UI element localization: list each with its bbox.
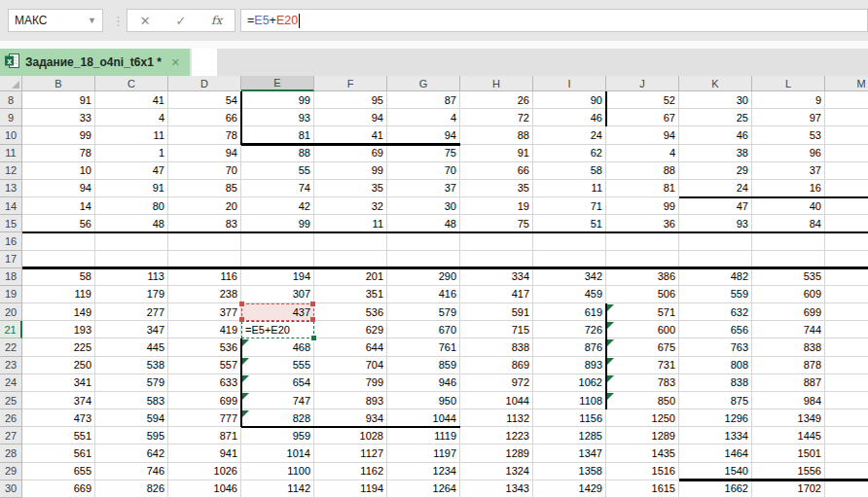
cell-F27[interactable]: 1028: [314, 427, 387, 445]
cell-K22[interactable]: 763: [679, 338, 752, 356]
cell-E13[interactable]: 74: [241, 180, 314, 197]
row-header-12[interactable]: 12: [0, 162, 22, 180]
cell-B20[interactable]: 149: [22, 303, 95, 321]
cell-D27[interactable]: 871: [168, 427, 241, 445]
cell-M19[interactable]: [825, 286, 868, 303]
cell-B19[interactable]: 119: [22, 286, 95, 303]
cell-J16[interactable]: [606, 232, 679, 250]
cell-L16[interactable]: [752, 232, 825, 250]
cell-E21[interactable]: =E5+E20: [241, 321, 314, 338]
cell-F24[interactable]: 799: [314, 374, 387, 392]
column-header-L[interactable]: L: [752, 76, 825, 91]
cell-G13[interactable]: 37: [387, 180, 460, 197]
cell-E14[interactable]: 42: [241, 197, 314, 215]
cell-D8[interactable]: 54: [168, 91, 241, 109]
cell-H9[interactable]: 72: [460, 109, 533, 126]
cell-J26[interactable]: 1250: [606, 409, 679, 427]
cell-M14[interactable]: [825, 197, 868, 215]
cell-J18[interactable]: 386: [606, 268, 679, 286]
cell-B13[interactable]: 94: [22, 180, 95, 197]
cell-F8[interactable]: 95: [314, 91, 387, 109]
cell-H15[interactable]: 75: [460, 215, 533, 232]
row-header-13[interactable]: 13: [0, 180, 22, 197]
cell-G11[interactable]: 75: [387, 145, 460, 162]
cell-I22[interactable]: 876: [533, 338, 606, 356]
cell-C26[interactable]: 594: [95, 409, 168, 427]
cell-D25[interactable]: 699: [168, 392, 241, 409]
cell-H11[interactable]: 91: [460, 145, 533, 162]
cell-C25[interactable]: 583: [95, 392, 168, 409]
cell-I14[interactable]: 71: [533, 197, 606, 215]
cell-H24[interactable]: 972: [460, 374, 533, 392]
cell-C14[interactable]: 80: [95, 197, 168, 215]
cell-M16[interactable]: [825, 232, 868, 250]
cell-B14[interactable]: 14: [22, 197, 95, 215]
cell-G18[interactable]: 290: [387, 268, 460, 286]
cell-H30[interactable]: 1343: [460, 480, 533, 498]
column-header-C[interactable]: C: [95, 76, 168, 91]
cell-K12[interactable]: 29: [679, 162, 752, 180]
cell-C15[interactable]: 48: [95, 215, 168, 232]
cell-B26[interactable]: 473: [22, 409, 95, 427]
cell-E24[interactable]: 654: [241, 374, 314, 392]
cell-C17[interactable]: [95, 251, 168, 268]
cell-F14[interactable]: 32: [314, 197, 387, 215]
cell-G8[interactable]: 87: [387, 91, 460, 109]
cell-B23[interactable]: 250: [22, 357, 95, 374]
cell-E12[interactable]: 55: [241, 162, 314, 180]
cell-F15[interactable]: 11: [314, 215, 387, 232]
cell-L20[interactable]: 699: [752, 303, 825, 321]
cell-G24[interactable]: 946: [387, 374, 460, 392]
cell-M12[interactable]: [825, 162, 868, 180]
cell-I9[interactable]: 46: [533, 109, 606, 126]
cell-F11[interactable]: 69: [314, 145, 387, 162]
cell-I12[interactable]: 58: [533, 162, 606, 180]
cell-I21[interactable]: 726: [533, 321, 606, 338]
cell-C8[interactable]: 41: [95, 91, 168, 109]
cell-F30[interactable]: 1194: [314, 480, 387, 498]
cell-J21[interactable]: 600: [606, 321, 679, 338]
cell-L28[interactable]: 1501: [752, 445, 825, 462]
cell-E28[interactable]: 1014: [241, 445, 314, 462]
cell-K9[interactable]: 25: [679, 109, 752, 126]
cell-M10[interactable]: [825, 126, 868, 144]
cell-B22[interactable]: 225: [22, 338, 95, 356]
cell-E9[interactable]: 93: [241, 109, 314, 126]
cell-G29[interactable]: 1234: [387, 463, 460, 480]
cell-K17[interactable]: [679, 251, 752, 268]
cell-C23[interactable]: 538: [95, 357, 168, 374]
cell-J19[interactable]: 506: [606, 286, 679, 303]
row-header-15[interactable]: 15: [0, 215, 22, 232]
cell-D18[interactable]: 116: [168, 268, 241, 286]
row-header-9[interactable]: 9: [0, 109, 22, 126]
cell-K27[interactable]: 1334: [679, 427, 752, 445]
cell-J11[interactable]: 4: [606, 145, 679, 162]
cell-D30[interactable]: 1046: [168, 480, 241, 498]
cell-G25[interactable]: 950: [387, 392, 460, 409]
cell-F18[interactable]: 201: [314, 268, 387, 286]
cell-M29[interactable]: [825, 463, 868, 480]
cell-L13[interactable]: 16: [752, 180, 825, 197]
cell-B9[interactable]: 33: [22, 109, 95, 126]
cell-J14[interactable]: 99: [606, 197, 679, 215]
cell-E23[interactable]: 555: [241, 357, 314, 374]
cell-E10[interactable]: 81: [241, 126, 314, 144]
cell-I17[interactable]: [533, 251, 606, 268]
cell-H18[interactable]: 334: [460, 268, 533, 286]
column-header-K[interactable]: K: [679, 76, 752, 91]
cell-C22[interactable]: 445: [95, 338, 168, 356]
cell-L19[interactable]: 609: [752, 286, 825, 303]
cell-I18[interactable]: 342: [533, 268, 606, 286]
cell-H10[interactable]: 88: [460, 126, 533, 144]
cell-K10[interactable]: 46: [679, 126, 752, 144]
cell-H23[interactable]: 869: [460, 357, 533, 374]
cell-G14[interactable]: 30: [387, 197, 460, 215]
cell-G16[interactable]: [387, 232, 460, 250]
cell-C21[interactable]: 347: [95, 321, 168, 338]
cell-C10[interactable]: 11: [95, 126, 168, 144]
cell-K28[interactable]: 1464: [679, 445, 752, 462]
cell-H27[interactable]: 1223: [460, 427, 533, 445]
insert-function-icon[interactable]: fx: [211, 15, 222, 26]
cell-L30[interactable]: 1702: [752, 480, 825, 498]
cell-B18[interactable]: 58: [22, 268, 95, 286]
